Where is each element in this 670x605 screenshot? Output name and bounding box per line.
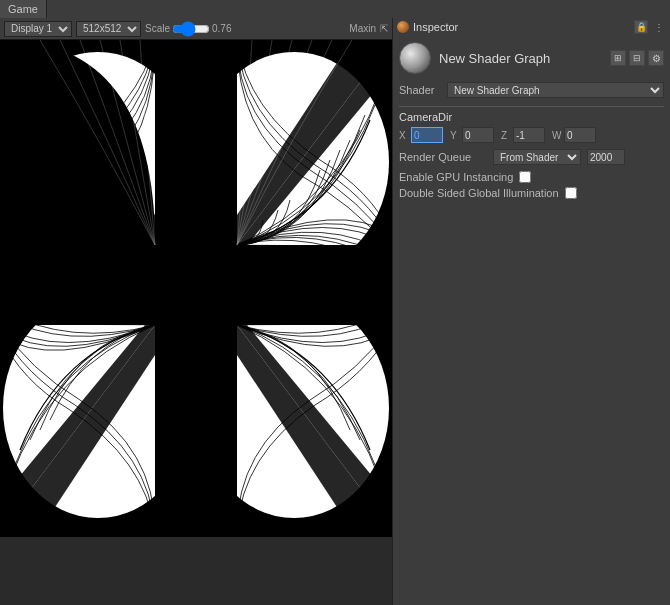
render-queue-number[interactable] [587, 149, 625, 165]
open-btn[interactable]: ⊞ [610, 50, 626, 66]
inspector-lock-btn[interactable]: 🔒 [634, 20, 648, 34]
render-queue-row: Render Queue From Shader Background Geom… [399, 149, 664, 165]
game-tab-label: Game [8, 3, 38, 15]
shader-name: New Shader Graph [439, 51, 550, 66]
double-sided-checkbox[interactable] [565, 187, 577, 199]
w-axis-label: W [552, 130, 560, 141]
x-input[interactable] [411, 127, 443, 143]
shader-row: Shader New Shader Graph [399, 82, 664, 98]
maximize-label: Maxin [349, 23, 376, 34]
gpu-instancing-checkbox[interactable] [519, 171, 531, 183]
inspector-dot-icon [397, 21, 409, 33]
layout-btn[interactable]: ⊟ [629, 50, 645, 66]
z-input[interactable] [513, 127, 545, 143]
maximize-icon[interactable]: ⇱ [380, 23, 388, 34]
inspector-panel: Inspector 🔒 ⋮ New Shader Graph ⊞ [392, 18, 670, 605]
y-input[interactable] [462, 127, 494, 143]
gpu-instancing-label: Enable GPU Instancing [399, 171, 513, 183]
shader-object-header: New Shader Graph ⊞ ⊟ ⚙ [399, 42, 664, 74]
scale-value: 0.76 [212, 23, 231, 34]
w-input[interactable] [564, 127, 596, 143]
shader-field-label: Shader [399, 84, 441, 96]
game-tab[interactable]: Game [0, 0, 47, 18]
scale-slider[interactable] [172, 25, 210, 33]
resolution-select[interactable]: 512x512 [76, 21, 141, 37]
render-queue-label: Render Queue [399, 151, 487, 163]
camera-dir-label: CameraDir [399, 111, 664, 123]
y-axis-label: Y [450, 130, 458, 141]
render-queue-dropdown[interactable]: From Shader Background Geometry AlphaTes… [493, 149, 581, 165]
double-sided-label: Double Sided Global Illumination [399, 187, 559, 199]
spacer [47, 0, 670, 18]
display-select[interactable]: Display 1 [4, 21, 72, 37]
fractal-art [0, 40, 392, 530]
divider-1 [399, 106, 664, 107]
vector-row: X Y Z W [399, 127, 664, 143]
settings-btn[interactable]: ⚙ [648, 50, 664, 66]
game-toolbar: Display 1 512x512 Scale 0.76 Maxin ⇱ [0, 18, 392, 40]
gpu-instancing-row: Enable GPU Instancing [399, 171, 664, 183]
game-viewport [0, 40, 392, 537]
inspector-content: New Shader Graph ⊞ ⊟ ⚙ Shader New Shader… [393, 36, 670, 605]
scale-control: Scale 0.76 [145, 23, 231, 34]
shader-sphere-icon [399, 42, 431, 74]
x-axis-label: X [399, 130, 407, 141]
z-axis-label: Z [501, 130, 509, 141]
inspector-tab-bar: Inspector 🔒 ⋮ [393, 18, 670, 36]
inspector-more-btn[interactable]: ⋮ [652, 22, 666, 33]
shader-dropdown[interactable]: New Shader Graph [447, 82, 664, 98]
double-sided-row: Double Sided Global Illumination [399, 187, 664, 199]
game-panel: Display 1 512x512 Scale 0.76 Maxin ⇱ [0, 18, 392, 605]
game-bottom-strip [0, 537, 392, 605]
scale-label: Scale [145, 23, 170, 34]
inspector-tab-label[interactable]: Inspector [413, 21, 458, 33]
